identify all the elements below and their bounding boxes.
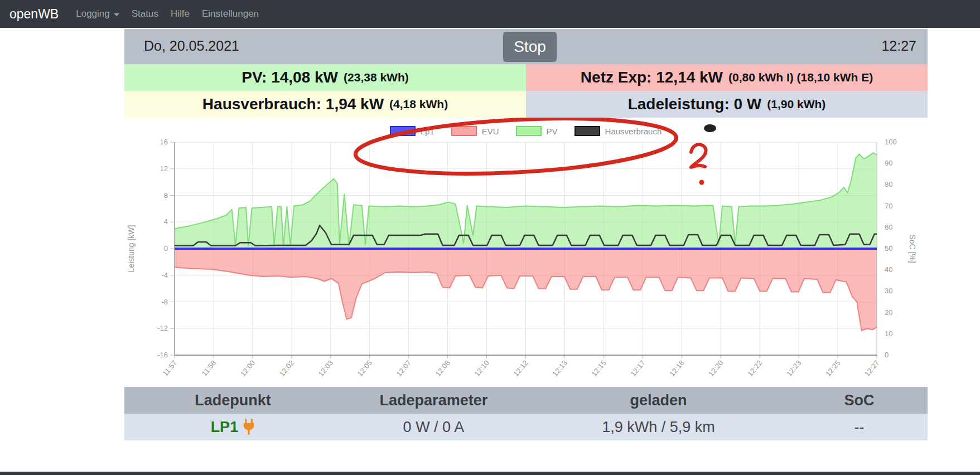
svg-text:12:22: 12:22 [746,358,764,378]
svg-text:12:00: 12:00 [239,358,257,378]
svg-text:8: 8 [164,191,168,200]
svg-text:90: 90 [885,159,892,167]
cell-geladen: 1,9 kWh / 5,9 km [526,414,791,440]
svg-text:10: 10 [885,329,892,338]
header-geladen: geladen [526,387,791,414]
svg-text:12:10: 12:10 [472,358,490,378]
date-time-bar: Do, 20.05.2021 Stop 12:27 [124,29,928,64]
top-navbar: openWB Logging Status Hilfe Einstellunge… [0,0,980,28]
svg-text:12:18: 12:18 [668,358,685,378]
netz-detail: (0,80 kWh I) (18,10 kWh E) [728,71,873,84]
svg-text:-12: -12 [157,324,168,332]
hausverbrauch-label: Hausverbrauch: [202,95,321,113]
svg-text:4: 4 [164,217,168,226]
svg-text:80: 80 [885,180,892,188]
nav-item-hilfe-label: Hilfe [171,8,190,20]
svg-text:-8: -8 [161,298,168,306]
lp1-label: LP1 [211,419,239,436]
right-axis-title: SoC [%] [908,234,917,263]
table-header-row: Ladepunkt Ladeparameter geladen SoC [124,387,928,414]
ladeleistung-label: Ladeleistung: [628,95,730,113]
svg-text:12:03: 12:03 [317,358,335,378]
pv-summary: PV: 14,08 kW (23,38 kWh) [124,64,526,91]
svg-text:12:17: 12:17 [629,358,646,378]
cell-ladepunkt: LP1 [124,414,341,440]
svg-text:16: 16 [160,138,168,146]
header-ladeparameter: Ladeparameter [341,387,526,414]
svg-text:12:25: 12:25 [824,358,842,378]
svg-text:12:23: 12:23 [785,358,803,378]
svg-text:11:57: 11:57 [161,358,179,377]
chart-grid-and-series: 1612840-4-8-12-1611:5711:5812:0012:0212:… [157,138,897,378]
svg-text:-4: -4 [161,271,168,279]
power-chart: Lp1EVUPVHausverbrauch 1612840-4-8-12-161… [124,118,928,390]
nav-items: Logging Status Hilfe Einstellungen [76,6,259,22]
ladeleistung-value: 0 W [733,95,761,113]
summary-grid: PV: 14,08 kW (23,38 kWh) Netz Exp: 12,14… [124,64,928,118]
svg-text:12:05: 12:05 [356,358,374,378]
pv-value: 14,08 kW [271,69,338,86]
netz-label: Netz Exp: [581,69,652,86]
nav-item-logging-label: Logging [76,8,110,20]
svg-text:12:08: 12:08 [433,358,451,378]
svg-text:11:58: 11:58 [200,358,218,377]
svg-text:0: 0 [885,351,889,359]
svg-text:50: 50 [885,244,892,253]
hausverbrauch-value: 1,94 kW [326,95,384,113]
svg-text:12: 12 [160,164,168,173]
stop-button[interactable]: Stop [503,32,557,62]
nav-item-status-label: Status [132,8,158,20]
pv-detail: (23,38 kWh) [344,71,409,84]
svg-text:12:27: 12:27 [863,358,881,378]
header-soc: SoC [791,387,928,414]
nav-item-einstellungen[interactable]: Einstellungen [202,6,259,22]
svg-text:12:13: 12:13 [551,358,568,378]
bottom-bar [0,472,980,475]
nav-item-hilfe[interactable]: Hilfe [171,6,190,22]
hausverbrauch-summary: Hausverbrauch: 1,94 kW (4,18 kWh) [124,91,526,118]
nav-item-einstellungen-label: Einstellungen [202,8,259,20]
nav-item-status[interactable]: Status [132,6,158,22]
current-date: Do, 20.05.2021 [144,38,239,54]
ladeleistung-detail: (1,90 kWh) [767,98,825,111]
svg-text:12:15: 12:15 [590,358,607,378]
brand-openwb[interactable]: openWB [9,7,59,22]
svg-text:100: 100 [885,138,897,146]
svg-text:30: 30 [885,287,892,295]
power-chart-svg[interactable]: 1612840-4-8-12-1611:5711:5812:0012:0212:… [124,118,928,390]
svg-text:70: 70 [885,202,892,210]
table-row: LP1 0 W / 0 A 1,9 kWh / 5,9 km -- [124,414,928,440]
svg-text:12:12: 12:12 [511,358,529,378]
netz-value: 12,14 kW [656,69,723,86]
left-axis-title: Leistung [kW] [127,225,136,273]
cell-soc: -- [791,414,928,440]
chargepoint-table: Ladepunkt Ladeparameter geladen SoC LP1 … [124,387,928,440]
svg-text:-16: -16 [157,351,168,359]
chevron-down-icon [114,13,119,16]
svg-text:20: 20 [885,308,892,317]
svg-text:12:20: 12:20 [707,358,725,378]
header-ladepunkt: Ladepunkt [124,387,341,414]
svg-text:12:07: 12:07 [395,358,413,378]
netz-summary: Netz Exp: 12,14 kW (0,80 kWh I) (18,10 k… [526,64,928,91]
cell-ladeparameter: 0 W / 0 A [341,414,526,440]
svg-text:40: 40 [885,265,892,274]
pv-label: PV: [242,69,267,86]
current-time: 12:27 [881,38,916,54]
svg-text:0: 0 [164,244,168,253]
nav-item-logging[interactable]: Logging [76,6,119,22]
hausverbrauch-detail: (4,18 kWh) [389,98,448,111]
plug-icon [243,419,255,435]
svg-text:60: 60 [885,223,892,231]
svg-text:12:02: 12:02 [278,358,296,378]
ladeleistung-summary: Ladeleistung: 0 W (1,90 kWh) [526,91,928,118]
